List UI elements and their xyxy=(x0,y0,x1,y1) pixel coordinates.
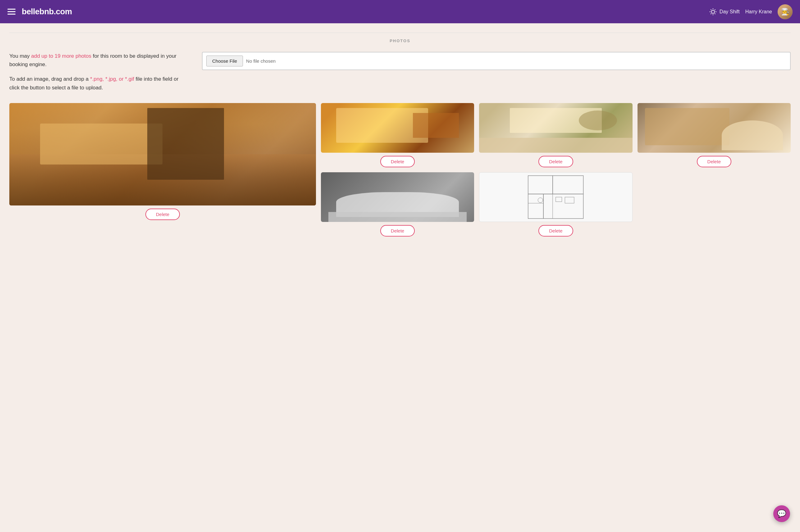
content-area: You may add up to 19 more photos for thi… xyxy=(9,52,791,92)
delete-button-1-wrapper: Delete xyxy=(9,209,316,220)
svg-point-15 xyxy=(538,198,543,203)
svg-rect-12 xyxy=(543,194,583,218)
hamburger-menu[interactable] xyxy=(7,9,16,15)
photo-item-5: Delete xyxy=(321,172,474,236)
svg-line-6 xyxy=(714,13,715,14)
no-file-text: No file chosen xyxy=(246,58,276,64)
delete-button-6[interactable]: Delete xyxy=(539,225,573,236)
photo-item-3: Delete xyxy=(479,103,632,167)
svg-rect-10 xyxy=(553,176,583,194)
photos-grid: Delete Delete Delete xyxy=(9,103,791,236)
header-right: Day Shift Harry Krane 👨‍🍳 xyxy=(709,4,793,19)
svg-rect-17 xyxy=(565,197,575,203)
delete-button-3-wrapper: Delete xyxy=(479,156,632,167)
photo-image-6 xyxy=(479,172,632,222)
user-name: Harry Krane xyxy=(745,9,772,15)
svg-rect-9 xyxy=(528,176,553,194)
delete-button-3[interactable]: Delete xyxy=(539,156,573,167)
svg-line-7 xyxy=(714,9,715,10)
floorplan-svg xyxy=(479,173,632,222)
description-text: You may add up to 19 more photos for thi… xyxy=(9,52,189,92)
svg-rect-16 xyxy=(556,197,562,202)
day-shift-label: Day Shift xyxy=(720,9,740,15)
section-title: PHOTOS xyxy=(9,33,791,43)
photo-image-4 xyxy=(637,103,791,153)
delete-button-5[interactable]: Delete xyxy=(380,225,415,236)
day-shift-indicator: Day Shift xyxy=(709,8,740,16)
description-line1: You may add up to 19 more photos for thi… xyxy=(9,52,189,69)
sun-icon xyxy=(709,8,717,16)
chat-icon: 💬 xyxy=(777,509,786,518)
svg-line-8 xyxy=(710,13,711,14)
header-left: bellebnb.com xyxy=(7,7,72,16)
main-content: PHOTOS You may add up to 19 more photos … xyxy=(0,23,800,246)
photo-image-1 xyxy=(9,103,316,206)
photo-item-4: Delete xyxy=(637,103,791,167)
chat-button[interactable]: 💬 xyxy=(773,505,790,522)
file-input-wrapper: Choose File No file chosen xyxy=(202,52,791,70)
photo-item-2: Delete xyxy=(321,103,474,167)
header: bellebnb.com Day Shift Harry Krane 👨‍🍳 xyxy=(0,0,800,23)
svg-line-5 xyxy=(710,9,711,10)
avatar: 👨‍🍳 xyxy=(778,4,793,19)
photo-item-1: Delete xyxy=(9,103,316,236)
photo-image-3 xyxy=(479,103,632,153)
delete-button-2-wrapper: Delete xyxy=(321,156,474,167)
delete-button-4-wrapper: Delete xyxy=(637,156,791,167)
photo-image-2 xyxy=(321,103,474,153)
delete-button-1[interactable]: Delete xyxy=(145,209,180,220)
avatar-image: 👨‍🍳 xyxy=(778,4,793,19)
choose-file-button[interactable]: Choose File xyxy=(206,56,243,66)
description-line2: To add an image, drag and drop a *.png, … xyxy=(9,75,189,92)
delete-button-4[interactable]: Delete xyxy=(697,156,731,167)
delete-button-2[interactable]: Delete xyxy=(380,156,415,167)
upload-area: Choose File No file chosen xyxy=(202,52,791,70)
svg-point-0 xyxy=(711,10,714,13)
photo-item-6: Delete xyxy=(479,172,632,236)
delete-button-5-wrapper: Delete xyxy=(321,225,474,236)
logo: bellebnb.com xyxy=(22,7,72,16)
photo-image-5 xyxy=(321,172,474,222)
delete-button-6-wrapper: Delete xyxy=(479,225,632,236)
